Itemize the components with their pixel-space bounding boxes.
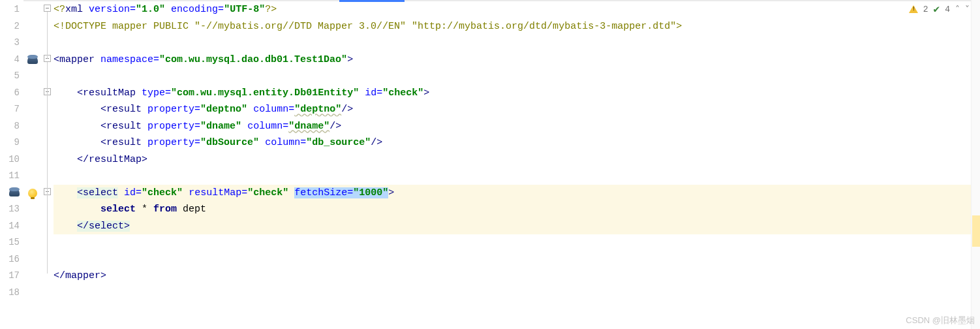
check-icon[interactable]: ✔ bbox=[934, 3, 940, 16]
attr-name: encoding bbox=[171, 4, 218, 15]
attr-name: namespace bbox=[100, 54, 153, 65]
attr-name: version bbox=[89, 4, 130, 15]
fold-end-marker bbox=[42, 159, 49, 166]
line-number[interactable]: 3 bbox=[0, 35, 20, 52]
line-number[interactable]: 17 bbox=[0, 268, 20, 285]
line-number[interactable]: 13 bbox=[0, 201, 20, 218]
watermark-text: CSDN @旧林墨烟 bbox=[906, 315, 975, 326]
fold-line bbox=[47, 12, 48, 59]
lightbulb-icon[interactable] bbox=[26, 185, 39, 198]
line-number[interactable]: 16 bbox=[0, 251, 20, 268]
code-line[interactable]: <result property="dbSource" column="db_s… bbox=[54, 134, 980, 151]
code-content[interactable]: <?xml version="1.0" encoding="UTF-8"?> <… bbox=[54, 0, 980, 329]
attr-value: "dbSource" bbox=[200, 137, 259, 148]
attr-name-selected: fetchSize bbox=[294, 187, 347, 198]
pass-count: 4 bbox=[945, 5, 950, 14]
tag-name: resultMap bbox=[89, 154, 142, 165]
line-number[interactable]: 7 bbox=[0, 101, 20, 118]
line-number[interactable]: 4 bbox=[0, 52, 20, 69]
attr-name: column bbox=[265, 137, 300, 148]
database-icon[interactable] bbox=[26, 52, 39, 65]
line-number[interactable]: 9 bbox=[0, 134, 20, 151]
code-line[interactable]: <?xml version="1.0" encoding="UTF-8"?> bbox=[54, 1, 980, 18]
tag-name: resultMap bbox=[83, 87, 136, 99]
attr-name: id bbox=[365, 87, 376, 99]
attr-value: "check" bbox=[142, 187, 183, 198]
code-line[interactable] bbox=[54, 285, 980, 302]
attr-value: "deptno" bbox=[200, 104, 247, 115]
fold-end-marker bbox=[42, 225, 49, 232]
warning-icon[interactable] bbox=[909, 5, 918, 13]
code-line[interactable] bbox=[54, 234, 980, 251]
attr-name: column bbox=[253, 104, 288, 115]
line-number[interactable]: 6 bbox=[0, 85, 20, 102]
line-number[interactable]: 5 bbox=[0, 68, 20, 85]
line-number[interactable]: 1 bbox=[0, 1, 20, 18]
line-number[interactable]: 14 bbox=[0, 218, 20, 235]
line-number[interactable]: 10 bbox=[0, 151, 20, 168]
line-number[interactable]: 11 bbox=[0, 168, 20, 185]
code-line-highlighted[interactable]: </select> bbox=[54, 218, 980, 235]
line-number[interactable]: 15 bbox=[0, 234, 20, 251]
code-line-highlighted[interactable]: <select id="check" resultMap="check" fet… bbox=[54, 185, 980, 202]
attr-value: "db_source" bbox=[306, 137, 371, 148]
database-icon[interactable] bbox=[8, 185, 21, 198]
sql-text: * bbox=[136, 204, 153, 215]
fold-toggle[interactable] bbox=[44, 5, 51, 12]
code-line-highlighted[interactable]: select * from dept bbox=[54, 201, 980, 218]
error-stripe[interactable] bbox=[971, 0, 980, 329]
tag-name: mapper bbox=[65, 270, 100, 281]
attr-name: id bbox=[124, 187, 136, 198]
tag-name: mapper bbox=[59, 54, 95, 65]
code-line[interactable] bbox=[54, 251, 980, 268]
line-number[interactable]: 2 bbox=[0, 18, 20, 35]
attr-value: "check" bbox=[382, 87, 423, 99]
attr-name: property bbox=[147, 121, 194, 132]
inspection-status-bar[interactable]: 2 ✔ 4 ˄ ˅ bbox=[909, 3, 970, 16]
code-line[interactable]: <mapper namespace="com.wu.mysql.dao.db01… bbox=[54, 52, 980, 69]
line-number[interactable]: 18 bbox=[0, 285, 20, 302]
line-number-gutter[interactable]: 1 2 3 4 5 6 7 8 9 10 11 12 13 14 15 16 1… bbox=[0, 0, 23, 329]
attr-value: "com.wu.mysql.dao.db01.Test1Dao" bbox=[159, 54, 347, 65]
tag-name: select bbox=[89, 221, 124, 232]
tag-name: select bbox=[83, 187, 118, 198]
sql-keyword: select bbox=[100, 204, 136, 215]
attr-value: "UTF-8" bbox=[224, 4, 265, 15]
tag-name: result bbox=[106, 121, 142, 132]
attr-value-selected: "1000" bbox=[353, 187, 388, 198]
attr-value: "1.0" bbox=[136, 4, 165, 15]
attr-value: "dname" bbox=[288, 121, 329, 132]
tag-name: result bbox=[106, 104, 142, 115]
attr-value: "com.wu.mysql.entity.Db01Entity" bbox=[171, 87, 359, 99]
code-line[interactable] bbox=[54, 168, 980, 185]
attr-value: "check" bbox=[247, 187, 288, 198]
code-line[interactable] bbox=[54, 35, 980, 52]
code-line[interactable]: </resultMap> bbox=[54, 151, 980, 168]
next-highlight-icon[interactable]: ˅ bbox=[965, 4, 970, 15]
fold-line bbox=[47, 62, 48, 274]
code-line[interactable]: </mapper> bbox=[54, 268, 980, 285]
code-editor: 1 2 3 4 5 6 7 8 9 10 11 12 13 14 15 16 1… bbox=[0, 0, 980, 329]
code-line[interactable]: <result property="dname" column="dname"/… bbox=[54, 118, 980, 135]
fold-end-marker bbox=[42, 275, 49, 282]
attr-name: type bbox=[142, 87, 165, 99]
code-line[interactable]: <!DOCTYPE mapper PUBLIC "-//mybatis.org/… bbox=[54, 18, 980, 35]
attr-value: "dname" bbox=[200, 121, 241, 132]
code-line[interactable] bbox=[54, 68, 980, 85]
gutter-icon-column bbox=[23, 0, 42, 329]
code-line[interactable]: <result property="deptno" column="deptno… bbox=[54, 101, 980, 118]
attr-value: "deptno" bbox=[294, 104, 341, 115]
attr-name: column bbox=[247, 121, 283, 132]
code-line[interactable]: <resultMap type="com.wu.mysql.entity.Db0… bbox=[54, 85, 980, 102]
prev-highlight-icon[interactable]: ˄ bbox=[955, 4, 960, 15]
attr-name: property bbox=[147, 137, 194, 148]
line-number[interactable]: 8 bbox=[0, 118, 20, 135]
doctype-text: <!DOCTYPE mapper PUBLIC "-//mybatis.org/… bbox=[54, 21, 682, 32]
attr-name: resultMap bbox=[189, 187, 241, 198]
fold-gutter bbox=[42, 0, 54, 329]
attr-name: property bbox=[147, 104, 194, 115]
warning-marker[interactable] bbox=[972, 215, 980, 247]
sql-keyword: from bbox=[153, 204, 177, 215]
warning-count: 2 bbox=[923, 5, 928, 14]
sql-table: dept bbox=[177, 204, 206, 215]
